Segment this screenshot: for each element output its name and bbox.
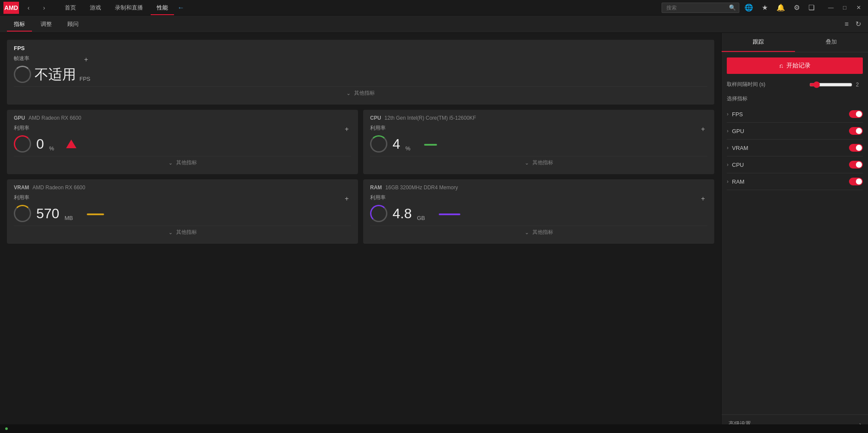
subnav-advisor[interactable]: 顾问 <box>60 17 86 32</box>
vram-toggle-switch[interactable] <box>849 144 863 152</box>
nav-home[interactable]: 首页 <box>59 2 82 13</box>
chevron-cpu-icon: › <box>727 162 729 168</box>
multiwindow-icon[interactable]: ❏ <box>808 3 814 12</box>
fps-chevron-down-icon: ⌄ <box>346 90 351 96</box>
subnav: 指标 调整 顾问 ≡ ↻ <box>0 16 868 33</box>
sample-interval-slider[interactable] <box>809 81 852 88</box>
nav-performance[interactable]: 性能 <box>151 2 174 13</box>
metric-toggle-gpu: › GPU <box>727 123 863 140</box>
nav-games[interactable]: 游戏 <box>84 2 107 13</box>
list-view-icon[interactable]: ≡ <box>845 20 849 28</box>
search-icon: 🔍 <box>729 4 736 11</box>
metric-toggle-cpu: › CPU <box>727 156 863 173</box>
settings-icon[interactable]: ⚙ <box>794 3 800 12</box>
fps-gauge <box>14 66 31 83</box>
cpu-mini-bar <box>424 144 437 146</box>
close-button[interactable]: ✕ <box>852 2 865 14</box>
gpu-triangle-icon <box>66 140 76 148</box>
ram-expand-bar[interactable]: ⌄ 其他指标 <box>370 226 707 239</box>
vram-expand-label: 其他指标 <box>176 229 197 236</box>
refresh-icon[interactable]: ↻ <box>855 20 861 28</box>
metric-toggle-vram-label: VRAM <box>732 145 748 151</box>
metric-toggle-gpu-left[interactable]: › GPU <box>727 128 744 134</box>
sample-interval-value: 2 <box>856 82 863 88</box>
metric-toggle-ram-label: RAM <box>732 178 744 185</box>
vram-util-label: 利用率 <box>14 194 29 201</box>
cpu-add-button[interactable]: + <box>699 125 707 134</box>
subnav-metrics[interactable]: 指标 <box>7 17 32 32</box>
fps-metric-section: 帧速率 + 不适用 FPS <box>14 55 90 83</box>
gpu-tag: GPU <box>14 115 25 121</box>
tab-tracking[interactable]: 跟踪 <box>722 33 795 52</box>
nav-back-button[interactable]: ‹ <box>22 2 35 14</box>
cpu-value-section: 4 % <box>370 135 707 153</box>
notification-icon[interactable]: 🔔 <box>776 3 785 12</box>
vram-chevron-down-icon: ⌄ <box>168 229 173 236</box>
cpu-expand-bar[interactable]: ⌄ 其他指标 <box>370 156 707 169</box>
fps-toggle-switch[interactable] <box>849 110 863 118</box>
metric-toggle-gpu-label: GPU <box>732 128 744 134</box>
minimize-button[interactable]: — <box>825 2 837 14</box>
search-input[interactable] <box>662 3 739 13</box>
gpu-card-header: GPU AMD Radeon RX 6600 <box>14 115 351 121</box>
fps-expand-bar[interactable]: ⌄ 其他指标 <box>14 86 707 99</box>
vram-add-button[interactable]: + <box>342 194 351 203</box>
fps-row: 帧速率 + 不适用 FPS <box>14 55 707 83</box>
metric-toggle-fps: › FPS <box>727 106 863 123</box>
main-layout: FPS 帧速率 + 不适用 FPS ⌄ 其他指标 <box>0 33 868 433</box>
ram-add-button[interactable]: + <box>699 194 707 203</box>
cpu-value: 4 <box>393 137 400 151</box>
cpu-toggle-switch[interactable] <box>849 161 863 169</box>
vram-value: 570 <box>36 207 59 220</box>
fps-add-button[interactable]: + <box>82 55 90 64</box>
vram-card-header: VRAM AMD Radeon RX 6600 <box>14 185 351 191</box>
ram-toggle-switch[interactable] <box>849 178 863 185</box>
chevron-gpu-icon: › <box>727 128 729 134</box>
cpu-util-label: 利用率 <box>370 124 386 132</box>
subnav-tuning[interactable]: 调整 <box>34 17 59 32</box>
metric-toggle-fps-left[interactable]: › FPS <box>727 111 743 118</box>
globe-icon[interactable]: 🌐 <box>744 3 753 12</box>
right-panel: 跟踪 叠加 ⎌ 开始记录 取样间隔时间 (s) 2 选择指标 › FPS <box>721 33 868 433</box>
fps-value-row: 不适用 FPS <box>14 66 90 83</box>
gpu-card: GPU AMD Radeon RX 6600 利用率 + 0 % ⌄ 其他指标 <box>7 110 358 174</box>
titlebar-left: AMD ‹ › 首页 游戏 录制和直播 性能 ← <box>3 2 184 14</box>
cpu-tag: CPU <box>370 115 381 121</box>
metrics-grid: GPU AMD Radeon RX 6600 利用率 + 0 % ⌄ 其他指标 <box>7 110 714 244</box>
right-content: ⎌ 开始记录 取样间隔时间 (s) 2 选择指标 › FPS <box>722 52 868 414</box>
metric-toggle-vram-left[interactable]: › VRAM <box>727 145 748 151</box>
chevron-vram-icon: › <box>727 145 729 151</box>
ram-card-header: RAM 16GB 3200MHz DDR4 Memory <box>370 185 707 191</box>
vram-title-row: VRAM AMD Radeon RX 6600 <box>14 185 85 191</box>
right-tabs: 跟踪 叠加 <box>722 33 868 52</box>
nav-record[interactable]: 录制和直播 <box>109 2 149 13</box>
cpu-device: 12th Gen Intel(R) Core(TM) i5-12600KF <box>384 115 476 121</box>
gpu-util-label: 利用率 <box>14 124 29 132</box>
metric-toggle-ram: › RAM <box>727 173 863 190</box>
gpu-expand-bar[interactable]: ⌄ 其他指标 <box>14 156 351 169</box>
gpu-value-section: 0 % <box>14 135 351 153</box>
cpu-unit: % <box>405 145 411 152</box>
metric-toggle-cpu-left[interactable]: › CPU <box>727 162 744 168</box>
metric-toggle-ram-left[interactable]: › RAM <box>727 178 744 185</box>
bookmark-icon[interactable]: ★ <box>762 3 768 12</box>
metric-toggle-fps-label: FPS <box>732 111 743 118</box>
start-record-button[interactable]: ⎌ 开始记录 <box>727 57 863 74</box>
maximize-button[interactable]: □ <box>839 2 851 14</box>
cpu-card: CPU 12th Gen Intel(R) Core(TM) i5-12600K… <box>363 110 714 174</box>
fps-card: FPS 帧速率 + 不适用 FPS ⌄ 其他指标 <box>7 40 714 105</box>
ram-mini-bar <box>439 213 460 215</box>
ram-device: 16GB 3200MHz DDR4 Memory <box>385 185 458 191</box>
fps-expand-label: 其他指标 <box>354 89 375 97</box>
ram-value-section: 4.8 GB <box>370 205 707 222</box>
gpu-add-button[interactable]: + <box>342 125 351 134</box>
gpu-toggle-switch[interactable] <box>849 127 863 135</box>
tab-overlay[interactable]: 叠加 <box>795 33 868 52</box>
vram-expand-bar[interactable]: ⌄ 其他指标 <box>14 226 351 239</box>
subnav-left: 指标 调整 顾问 <box>7 17 86 32</box>
titlebar-right: 🔍 🌐 ★ 🔔 ⚙ ❏ — □ ✕ <box>662 2 865 14</box>
nav-forward-button[interactable]: › <box>38 2 50 14</box>
cpu-expand-label: 其他指标 <box>532 159 553 166</box>
gpu-value: 0 <box>36 137 44 151</box>
vram-card: VRAM AMD Radeon RX 6600 利用率 + 570 MB <box>7 179 358 244</box>
